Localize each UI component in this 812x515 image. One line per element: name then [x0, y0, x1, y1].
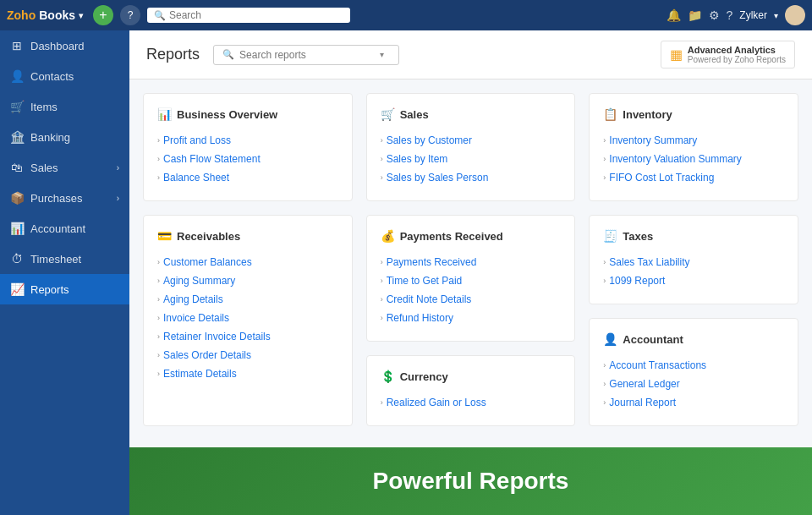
section-business-overview: 📊 Business Overview › Profit and Loss › …: [143, 93, 353, 201]
link-credit-note[interactable]: › Credit Note Details: [381, 290, 562, 309]
link-sales-by-item[interactable]: › Sales by Item: [381, 150, 562, 168]
link-inventory-summary[interactable]: › Inventory Summary: [603, 131, 784, 150]
link-profit-loss[interactable]: › Profit and Loss: [157, 131, 338, 150]
search-reports-icon: 🔍: [222, 49, 234, 60]
link-account-transactions[interactable]: › Account Transactions: [603, 356, 784, 375]
link-balance-sheet[interactable]: › Balance Sheet: [157, 168, 338, 187]
link-label: Refund History: [387, 312, 453, 324]
chevron-icon: ›: [157, 277, 160, 285]
sidebar-item-contacts[interactable]: 👤 Contacts: [0, 61, 129, 91]
link-label: Balance Sheet: [163, 172, 229, 184]
sidebar-item-sales[interactable]: 🛍 Sales ›: [0, 152, 129, 183]
middle-bottom-col: 💰 Payments Received › Payments Received …: [366, 215, 576, 426]
avatar[interactable]: [785, 5, 805, 25]
sidebar-label-accountant: Accountant: [30, 222, 85, 235]
chevron-icon: ›: [381, 173, 383, 182]
gear-icon[interactable]: ⚙: [709, 8, 720, 22]
link-fifo[interactable]: › FIFO Cost Lot Tracking: [603, 168, 784, 187]
sales-chevron: ›: [117, 163, 119, 173]
link-sales-by-person[interactable]: › Sales by Sales Person: [381, 168, 562, 187]
link-payments-received[interactable]: › Payments Received: [381, 253, 562, 271]
chevron-icon: ›: [381, 398, 383, 407]
sidebar-label-sales: Sales: [30, 162, 58, 174]
link-time-to-paid[interactable]: › Time to Get Paid: [381, 271, 562, 290]
global-search[interactable]: 🔍: [147, 8, 350, 23]
link-refund-history[interactable]: › Refund History: [381, 309, 562, 327]
section-title-business-overview: Business Overview: [177, 108, 277, 121]
link-label: Profit and Loss: [163, 134, 231, 146]
sidebar-item-banking[interactable]: 🏦 Banking: [0, 122, 129, 152]
help-icon-btn[interactable]: ?: [120, 5, 140, 25]
advanced-analytics[interactable]: ▦ Advanced Analytics Powered by Zoho Rep…: [661, 41, 795, 68]
link-customer-balances[interactable]: › Customer Balances: [157, 253, 338, 271]
purchases-chevron: ›: [117, 194, 119, 203]
section-header-business-overview: 📊 Business Overview: [157, 107, 338, 121]
folder-icon[interactable]: 📁: [688, 8, 702, 22]
chevron-icon: ›: [603, 380, 606, 388]
sidebar-label-items: Items: [30, 101, 58, 113]
currency-icon: 💲: [381, 370, 395, 383]
link-label: Credit Note Details: [387, 293, 472, 305]
link-invoice-details[interactable]: › Invoice Details: [157, 309, 338, 327]
chevron-icon: ›: [603, 155, 606, 163]
link-1099-report[interactable]: › 1099 Report: [603, 271, 784, 290]
purchases-icon: 📦: [10, 191, 24, 205]
sidebar: ⊞ Dashboard 👤 Contacts 🛒 Items 🏦 Banking…: [0, 30, 129, 515]
link-realized-gain[interactable]: › Realized Gain or Loss: [381, 393, 562, 412]
taxes-icon: 🧾: [603, 229, 617, 243]
analytics-sub-label: Powered by Zoho Reports: [688, 55, 786, 64]
link-inventory-valuation[interactable]: › Inventory Valuation Summary: [603, 150, 784, 168]
link-aging-summary[interactable]: › Aging Summary: [157, 271, 338, 290]
user-dropdown-icon[interactable]: ▾: [774, 11, 778, 20]
app-layout: ⊞ Dashboard 👤 Contacts 🛒 Items 🏦 Banking…: [0, 30, 812, 515]
search-icon: 🔍: [154, 10, 166, 21]
search-reports-box[interactable]: 🔍 ▾: [213, 45, 399, 65]
topbar: Zoho Books ▾ + ? 🔍 🔔 📁 ⚙ ? Zylker ▾: [0, 0, 812, 30]
link-label: Realized Gain or Loss: [387, 397, 486, 408]
link-label: Journal Report: [609, 397, 676, 408]
link-label: Inventory Summary: [609, 134, 697, 146]
sidebar-item-dashboard[interactable]: ⊞ Dashboard: [0, 30, 129, 61]
link-label: Time to Get Paid: [387, 275, 463, 287]
help-icon[interactable]: ?: [727, 8, 733, 22]
app-logo[interactable]: Zoho Books ▾: [7, 8, 83, 22]
link-label: Sales by Item: [387, 153, 448, 165]
link-sales-tax-liability[interactable]: › Sales Tax Liability: [603, 253, 784, 271]
sidebar-item-reports[interactable]: 📈 Reports: [0, 274, 129, 304]
link-cash-flow[interactable]: › Cash Flow Statement: [157, 150, 338, 168]
search-input[interactable]: [169, 9, 321, 21]
search-dropdown-icon[interactable]: ▾: [380, 50, 384, 59]
inventory-icon: 📋: [603, 107, 617, 121]
sidebar-item-purchases[interactable]: 📦 Purchases ›: [0, 183, 129, 213]
link-label: Sales by Customer: [387, 134, 472, 146]
section-header-sales: 🛒 Sales: [381, 107, 562, 121]
link-label: Aging Summary: [163, 275, 235, 287]
section-inventory: 📋 Inventory › Inventory Summary › Invent…: [589, 93, 798, 201]
app-dropdown-icon[interactable]: ▾: [79, 11, 83, 20]
link-journal-report[interactable]: › Journal Report: [603, 393, 784, 412]
link-retainer-invoice[interactable]: › Retainer Invoice Details: [157, 327, 338, 346]
link-label: Account Transactions: [609, 359, 706, 371]
items-icon: 🛒: [10, 100, 24, 113]
bell-icon[interactable]: 🔔: [667, 8, 681, 22]
link-general-ledger[interactable]: › General Ledger: [603, 375, 784, 393]
link-aging-details[interactable]: › Aging Details: [157, 290, 338, 309]
sidebar-item-items[interactable]: 🛒 Items: [0, 91, 129, 122]
link-sales-order-details[interactable]: › Sales Order Details: [157, 346, 338, 364]
chevron-icon: ›: [157, 136, 160, 145]
section-payments-received: 💰 Payments Received › Payments Received …: [366, 215, 576, 342]
chevron-icon: ›: [157, 370, 160, 378]
analytics-text: Advanced Analytics Powered by Zoho Repor…: [688, 45, 786, 64]
link-estimate-details[interactable]: › Estimate Details: [157, 364, 338, 383]
link-label: Invoice Details: [163, 312, 229, 324]
add-button[interactable]: +: [93, 5, 113, 25]
chevron-icon: ›: [381, 277, 383, 285]
section-header-accountant: 👤 Accountant: [603, 332, 784, 346]
search-reports-input[interactable]: [239, 49, 375, 61]
sidebar-item-accountant[interactable]: 📊 Accountant: [0, 213, 129, 244]
link-sales-by-customer[interactable]: › Sales by Customer: [381, 131, 562, 150]
analytics-main-label: Advanced Analytics: [688, 45, 786, 55]
chevron-icon: ›: [381, 136, 383, 145]
link-label: Aging Details: [163, 293, 223, 305]
sidebar-item-timesheet[interactable]: ⏱ Timesheet: [0, 244, 129, 274]
